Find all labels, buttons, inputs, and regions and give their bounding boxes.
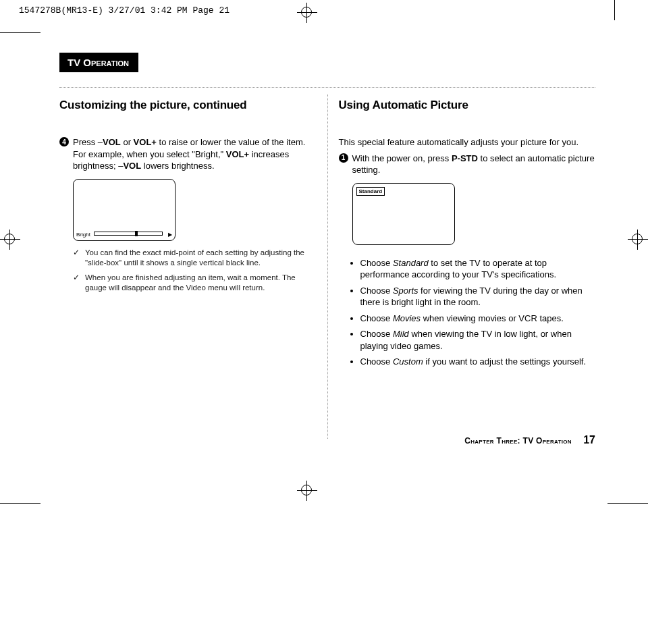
left-heading: Customizing the picture, continued [59, 99, 317, 112]
registration-mark-icon [0, 230, 20, 250]
check-text: You can find the exact mid-point of each… [85, 248, 317, 269]
check-list: ✓ You can find the exact mid-point of ea… [59, 248, 317, 294]
list-item: Choose Standard to set the TV to operate… [360, 257, 596, 281]
tv-standard-tag: Standard [356, 187, 385, 196]
list-item: Choose Mild when viewing the TV in low l… [360, 328, 596, 352]
slider-knob-icon [135, 231, 138, 236]
step-number-icon: 4 [59, 137, 69, 146]
tv-screen-illustration: Standard [352, 183, 455, 245]
step-1-text: With the power on, press P-STD to select… [352, 153, 596, 176]
right-heading: Using Automatic Picture [339, 99, 596, 112]
checkmark-icon: ✓ [73, 248, 80, 269]
step-4-text: Press –VOL or VOL+ to raise or lower the… [73, 136, 317, 172]
crop-mark [608, 503, 648, 504]
check-text: When you are finished adjusting an item,… [85, 273, 317, 294]
arrow-right-icon: ▶ [168, 232, 172, 238]
list-item: Choose Custom if you want to adjust the … [360, 356, 596, 368]
registration-mark-icon [297, 481, 317, 501]
dotted-separator [59, 87, 595, 88]
step-1: 1 With the power on, press P-STD to sele… [339, 153, 596, 176]
check-item: ✓ You can find the exact mid-point of ea… [73, 248, 317, 269]
tv-screen-illustration: Bright ▶ [73, 179, 176, 241]
checkmark-icon: ✓ [73, 273, 80, 294]
step-4: 4 Press –VOL or VOL+ to raise or lower t… [59, 136, 317, 172]
step-number-icon: 1 [339, 153, 348, 163]
page-content: TV Operation Customizing the picture, co… [59, 53, 595, 439]
running-footer: Chapter Three: TV Operation 17 [464, 434, 595, 446]
crop-mark [614, 0, 615, 20]
registration-mark-icon [297, 3, 317, 23]
section-title-box: TV Operation [59, 53, 138, 72]
check-item: ✓ When you are finished adjusting an ite… [73, 273, 317, 294]
print-slug: 1547278B(MR13-E) 3/27/01 3:42 PM Page 21 [19, 5, 230, 16]
list-item: Choose Movies when viewing movies or VCR… [360, 313, 596, 325]
column-divider [327, 95, 328, 439]
list-item: Choose Sports for viewing the TV during … [360, 285, 596, 308]
crop-mark [0, 32, 40, 33]
slider-bar-icon [94, 232, 163, 236]
two-column-layout: Customizing the picture, continued 4 Pre… [59, 95, 595, 439]
footer-page-number: 17 [583, 434, 595, 446]
bullet-list: Choose Standard to set the TV to operate… [339, 257, 596, 368]
registration-mark-icon [628, 230, 648, 250]
crop-mark [0, 503, 40, 504]
intro-text: This special feature automatically adjus… [339, 136, 596, 149]
footer-chapter: Chapter Three: TV Operation [464, 436, 572, 446]
right-column: Using Automatic Picture This special fea… [339, 95, 596, 439]
section-title: TV Operation [68, 57, 129, 68]
tv-bright-label: Bright [76, 232, 90, 238]
left-column: Customizing the picture, continued 4 Pre… [59, 95, 327, 439]
